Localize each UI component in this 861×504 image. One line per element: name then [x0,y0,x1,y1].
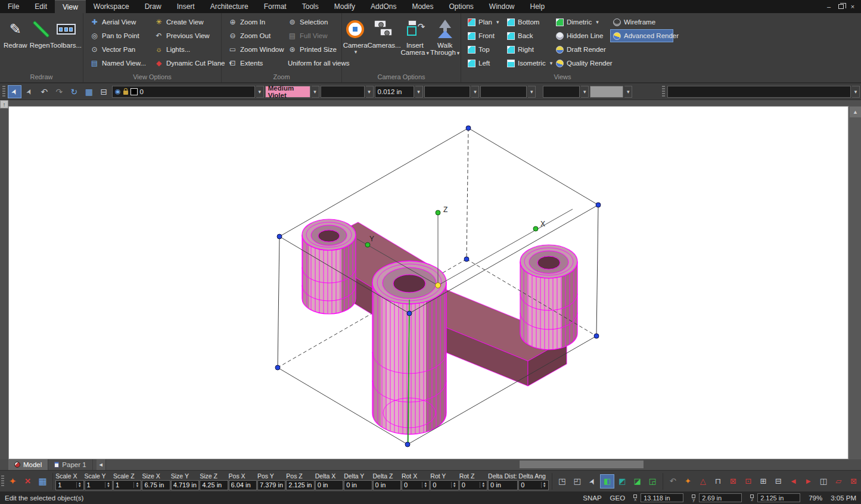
menu-draw[interactable]: Draw [137,0,169,13]
named-view-button[interactable]: ▤Named View... [87,57,147,70]
stepper[interactable]: ▲▼ [480,482,485,488]
model-left-cylinder[interactable] [302,215,356,322]
bottom-view-button[interactable]: Bottom [504,15,551,29]
pos-y-input[interactable]: 7.379 in [257,480,285,490]
flip-left-button[interactable]: ◄ [787,474,800,489]
clip-polyline-button[interactable]: ◲ [645,474,659,489]
brush-combo[interactable] [480,86,527,98]
outline-quad-button[interactable]: ▱ [832,474,846,489]
menu-view[interactable]: View [55,0,86,13]
pen-style-combo-arrow[interactable]: ▾ [366,86,374,98]
close-button[interactable]: × [848,2,857,11]
delta-y-input[interactable]: 0 in [344,480,372,490]
print-button[interactable]: ⊟ [97,85,111,98]
pick-point-button[interactable]: ➤ [583,472,602,490]
scale-z-input[interactable]: 1▲▼ [113,480,141,490]
menu-architecture[interactable]: Architecture [203,0,256,13]
isometric-view-button[interactable]: Isometric▾ [504,57,551,70]
fill-combo[interactable] [590,86,623,98]
redraw-button[interactable]: ✎ Redraw [4,15,27,73]
frame-center-button[interactable]: ⊡ [741,474,755,489]
y-axis-handle[interactable] [365,242,370,247]
stepper[interactable]: ▲▼ [541,482,546,488]
ruler-origin-button[interactable]: ↑ [0,100,8,108]
insert-camera-button[interactable]: ↷ Insert Camera▾ [401,15,429,73]
tab-model[interactable]: Model [8,459,48,470]
render-clip-off-button[interactable]: ◧ [600,474,614,489]
link-nodes-button[interactable]: ◫ [816,474,830,489]
line-width-combo[interactable]: 0.012 in [375,86,414,98]
stepper[interactable]: ▲▼ [76,482,82,488]
line-width-combo-arrow[interactable]: ▾ [415,86,423,98]
orbit-button[interactable]: ↻ [67,85,81,98]
walk-through-button[interactable]: Walk Through▾ [430,15,459,73]
quality-render-button[interactable]: Quality Render [553,57,608,70]
menu-insert[interactable]: Insert [169,0,203,13]
selector-properties-button[interactable]: ▦ [35,474,50,489]
pos-z-input[interactable]: 2.125 in [286,480,314,490]
rot-z-input[interactable]: 0▲▼ [459,480,487,490]
vertical-scrollbar[interactable]: ▲ [848,106,861,459]
text-style-combo-arrow[interactable]: ▾ [581,86,589,98]
stepper[interactable]: ▲▼ [105,482,110,488]
luminance-button[interactable]: ⊓ [711,474,725,489]
redo-button[interactable]: ↷ [52,85,66,98]
brush-combo-arrow[interactable]: ▾ [528,86,536,98]
pen-color-combo-arrow[interactable]: ▾ [312,86,319,98]
pen-style-combo[interactable] [321,86,365,98]
clip-plane-2-button[interactable]: ◪ [630,474,644,489]
finish-edit-button[interactable]: ✦ [5,474,20,489]
named-view-combo-arrow[interactable]: ▾ [852,86,860,98]
scale-y-input[interactable]: 1▲▼ [85,480,113,490]
menu-options[interactable]: Options [441,0,481,13]
drawing-viewport[interactable]: Z X Y [8,106,848,459]
top-view-button[interactable]: Top [465,43,502,56]
pan-to-point-button[interactable]: ◎Pan to Point [87,29,147,42]
size-z-input[interactable]: 4.25 in [200,480,228,490]
menu-tools[interactable]: Tools [294,0,327,13]
hidden-line-button[interactable]: Hidden Line [553,29,608,42]
horizontal-scrollbar-thumb[interactable] [520,461,644,468]
z-coordinate-field[interactable]: 2.125 in [757,493,800,502]
stepper[interactable]: ▲▼ [422,482,427,488]
scale-x-input[interactable]: 1▲▼ [55,480,83,490]
flip-right-button[interactable]: ► [801,474,815,489]
select-tool-button[interactable]: ➤ [8,85,21,98]
snap-toggle[interactable]: SNAP [583,494,601,502]
menu-help[interactable]: Help [523,0,553,13]
modify-frame-2-button[interactable]: ⊟ [772,474,785,489]
clip-plane-1-button[interactable]: ◩ [616,474,629,489]
degrade-warning-button[interactable]: △ [696,474,710,489]
menu-edit[interactable]: Edit [27,0,55,13]
no-frame-button[interactable]: ⊠ [726,474,740,489]
named-view-combo[interactable] [667,86,851,98]
tab-paper-1[interactable]: Paper 1 [48,459,92,470]
layer-combo-arrow[interactable]: ▾ [256,86,264,98]
menu-window[interactable]: Window [481,0,523,13]
fill-combo-arrow[interactable]: ▾ [624,86,632,98]
delta-ang-input[interactable]: 0▲▼ [518,480,548,490]
menu-workspace[interactable]: Workspace [86,0,137,13]
wireframe-button[interactable]: Wireframe [610,15,673,29]
vector-pan-button[interactable]: ⊙Vector Pan [87,43,147,56]
pattern-combo[interactable] [424,86,471,98]
no-outline-button[interactable]: ⊠ [847,474,860,489]
text-style-combo[interactable] [543,86,580,98]
modify-frame-button[interactable]: ⊞ [756,474,770,489]
left-view-button[interactable]: Left [465,57,502,70]
workplane-by-entity-button[interactable]: ◰ [570,474,584,489]
rot-y-input[interactable]: 0▲▼ [430,480,458,490]
front-view-button[interactable]: Front [465,29,502,42]
pen-color-combo[interactable]: Medium Violet [265,86,310,98]
rot-x-input[interactable]: 0▲▼ [402,480,430,490]
zoom-in-button[interactable]: ⊕Zoom In [225,15,280,29]
pattern-combo-arrow[interactable]: ▾ [471,86,479,98]
dimetric-view-button[interactable]: Dimetric▾ [553,15,608,29]
stepper[interactable]: ▲▼ [451,482,456,488]
horizontal-scrollbar[interactable] [106,459,861,470]
layer-combo[interactable]: ◉ 0 [112,86,255,98]
tab-scroll-left-button[interactable]: ◄ [97,459,106,470]
stepper[interactable]: ▲▼ [133,482,139,488]
toolbar-grip[interactable] [662,86,665,98]
pos-x-input[interactable]: 6.04 in [229,480,257,490]
